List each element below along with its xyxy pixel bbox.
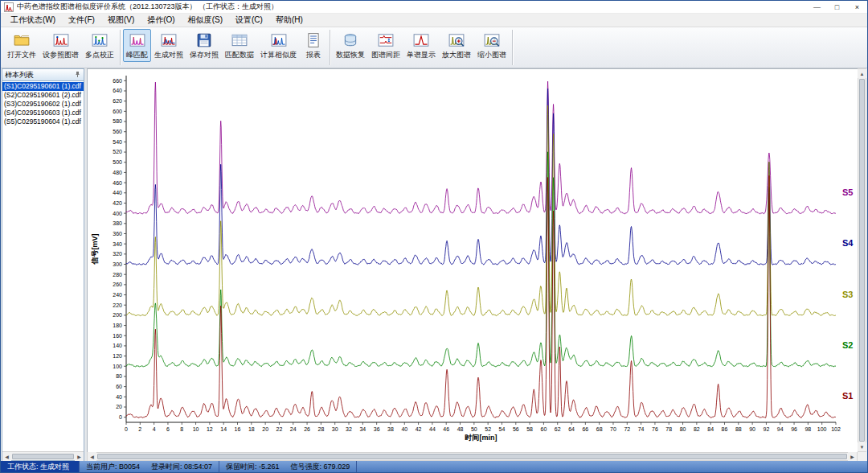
menu-item[interactable]: 视图(V) [101, 14, 141, 27]
toolbar-button-open-file[interactable]: 打开文件 [4, 29, 39, 62]
open-file-icon [14, 31, 30, 49]
menu-item[interactable]: 设置(C) [229, 14, 269, 27]
toolbar-button-zoom-in[interactable]: 放大图谱 [439, 29, 474, 62]
svg-text:72: 72 [624, 426, 630, 432]
toolbar-button-label: 匹配数据 [225, 50, 254, 60]
scroll-left-icon[interactable]: ◀ [2, 452, 11, 461]
close-button[interactable]: × [847, 1, 867, 13]
toolbar-button-single-display[interactable]: 单谱显示 [403, 29, 439, 62]
menu-item[interactable]: 文件(F) [62, 14, 101, 27]
toolbar-separator [120, 30, 121, 65]
generate-reference-icon [161, 31, 177, 49]
scrollbar-thumb[interactable] [97, 454, 847, 459]
toolbar-button-spectra-spacing[interactable]: 图谱间距 [368, 29, 403, 62]
svg-text:320: 320 [113, 251, 122, 257]
svg-text:220: 220 [113, 302, 122, 308]
toolbar-button-label: 缩小图谱 [477, 50, 506, 60]
scroll-right-icon[interactable]: ▶ [848, 452, 857, 461]
sample-list-title: 样本列表 [5, 70, 74, 80]
main-area: 样本列表 (S1)C0295190601 (1).cdf(S2)C0295190… [1, 68, 867, 461]
svg-text:94: 94 [777, 426, 784, 432]
window-title: 中药色谱指纹图谱相似度评价系统（2012.130723版本） （工作状态：生成对… [17, 2, 807, 12]
status-retention-time: 保留时间: -5.261 [226, 462, 280, 472]
chromatogram-chart[interactable]: 0204060801001201401601802002202402602803… [88, 69, 858, 453]
svg-text:540: 540 [113, 139, 122, 145]
pin-icon[interactable] [74, 71, 81, 80]
svg-text:102: 102 [831, 426, 841, 432]
svg-text:68: 68 [596, 426, 603, 432]
menu-item[interactable]: 工作状态(W) [4, 14, 62, 27]
menu-bar: 工作状态(W)文件(F)视图(V)操作(O)相似度(S)设置(C)帮助(H) [1, 14, 867, 27]
maximize-button[interactable]: □ [827, 1, 847, 13]
svg-text:600: 600 [113, 109, 122, 114]
svg-text:34: 34 [359, 426, 366, 432]
svg-text:76: 76 [652, 426, 658, 432]
sample-list-item[interactable]: (S1)C0295190601 (1).cdf [2, 82, 84, 91]
sample-list-scrollbar[interactable]: ◀ ▶ [2, 451, 84, 460]
svg-text:70: 70 [610, 426, 616, 432]
svg-text:44: 44 [429, 426, 436, 432]
status-retention-signal: 保留时间: -5.261 信号强度: 679.029 [219, 461, 357, 472]
svg-text:74: 74 [638, 426, 645, 432]
sample-list-item[interactable]: (S2)C0295190601 (2).cdf [2, 91, 84, 100]
calc-similarity-icon [271, 31, 287, 49]
svg-text:120: 120 [113, 353, 122, 359]
svg-text:S2: S2 [842, 340, 853, 350]
toolbar-button-report[interactable]: 报表 [300, 29, 327, 62]
chart-vertical-scrollbar[interactable]: ▲ ▼ [858, 68, 866, 452]
app-logo-icon [4, 2, 14, 12]
svg-text:160: 160 [113, 333, 122, 339]
svg-text:S5: S5 [842, 187, 853, 197]
toolbar-button-generate-reference[interactable]: 生成对照 [151, 29, 186, 62]
toolbar-button-peak-match[interactable]: 峰匹配 [123, 29, 151, 62]
zoom-out-icon [484, 31, 500, 49]
toolbar-button-save-reference[interactable]: 保存对照 [186, 29, 222, 62]
application-window: 中药色谱指纹图谱相似度评价系统（2012.130723版本） （工作状态：生成对… [0, 0, 868, 473]
sample-list: (S1)C0295190601 (1).cdf(S2)C0295190601 (… [2, 81, 84, 451]
toolbar-button-zoom-out[interactable]: 缩小图谱 [474, 29, 510, 62]
svg-text:30: 30 [332, 426, 338, 432]
scrollbar-thumb[interactable] [12, 454, 74, 459]
svg-text:80: 80 [680, 426, 686, 432]
svg-text:140: 140 [113, 343, 122, 348]
sample-list-item[interactable]: (S3)C0295190602 (1).cdf [2, 100, 84, 109]
window-controls: — □ × [807, 1, 867, 13]
svg-text:440: 440 [113, 190, 122, 195]
sample-list-item[interactable]: (S4)C0295190603 (1).cdf [2, 109, 84, 117]
toolbar-button-set-reference[interactable]: 设参照图谱 [39, 29, 82, 62]
svg-text:62: 62 [555, 426, 561, 432]
scrollbar-thumb[interactable] [859, 79, 865, 442]
toolbar-button-multipoint-calibration[interactable]: 多点校正 [82, 29, 117, 62]
scroll-down-icon[interactable]: ▼ [858, 442, 866, 451]
svg-text:0: 0 [125, 426, 128, 432]
svg-text:0: 0 [119, 414, 122, 420]
chromatogram-panel: 0204060801001201401601802002202402602803… [87, 68, 859, 454]
svg-text:60: 60 [541, 426, 547, 432]
svg-text:20: 20 [116, 404, 122, 409]
scroll-right-icon[interactable]: ▶ [75, 452, 84, 461]
scrollbar-corner [858, 452, 866, 461]
toolbar: 打开文件设参照图谱多点校正峰匹配生成对照保存对照匹配数据计算相似度报表数据恢复图… [1, 27, 867, 68]
svg-text:88: 88 [735, 426, 742, 432]
toolbar-button-label: 保存对照 [190, 50, 219, 60]
svg-text:8: 8 [180, 426, 183, 432]
svg-text:2: 2 [138, 426, 141, 432]
svg-text:36: 36 [374, 426, 380, 432]
svg-text:380: 380 [113, 220, 122, 226]
menu-item[interactable]: 相似度(S) [182, 14, 229, 27]
svg-text:6: 6 [166, 426, 170, 432]
toolbar-button-calc-similarity[interactable]: 计算相似度 [257, 29, 300, 62]
chart-horizontal-scrollbar[interactable]: ◀ ▶ [87, 452, 858, 461]
toolbar-button-label: 报表 [306, 50, 321, 60]
scroll-up-icon[interactable]: ▲ [858, 69, 866, 78]
sample-list-item[interactable]: (S5)C0295190604 (1).cdf [2, 117, 84, 126]
minimize-button[interactable]: — [807, 1, 827, 13]
menu-item[interactable]: 操作(O) [141, 14, 181, 27]
toolbar-button-data-restore[interactable]: 数据恢复 [333, 29, 368, 62]
svg-text:460: 460 [113, 180, 122, 186]
menu-item[interactable]: 帮助(H) [269, 14, 309, 27]
toolbar-button-match-data[interactable]: 匹配数据 [222, 29, 257, 62]
svg-text:580: 580 [113, 118, 122, 124]
scroll-left-icon[interactable]: ◀ [88, 452, 96, 461]
report-icon [305, 31, 321, 49]
